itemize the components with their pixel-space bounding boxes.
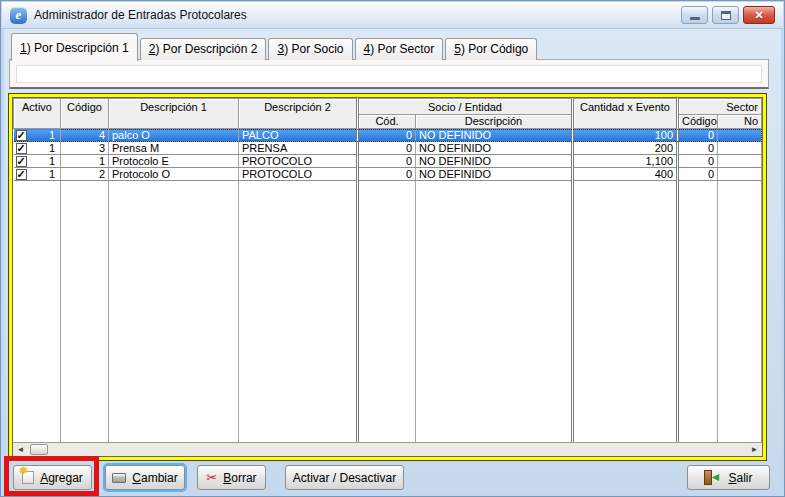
cell-descripcion-2: PROTOCOLO xyxy=(239,168,358,181)
cell-socio-descripcion: NO DEFINIDO xyxy=(416,142,573,155)
cell-codigo: 2 xyxy=(61,168,109,181)
cell-cantidad: 200 xyxy=(573,142,678,155)
checkbox-checked-icon[interactable]: ✓ xyxy=(16,156,27,167)
tab-por-socio[interactable]: 3) Por Socio xyxy=(268,38,352,60)
minimize-button[interactable] xyxy=(681,6,708,24)
col-header-descripcion-2: Descripción 2 xyxy=(239,99,358,129)
window-title: Administrador de Entradas Protocolares xyxy=(34,8,247,22)
activar-label: Activar / Desactivar xyxy=(293,471,396,485)
salir-button[interactable]: ◄ Salir xyxy=(687,465,770,490)
maximize-icon xyxy=(721,11,731,20)
cell-cantidad: 400 xyxy=(573,168,678,181)
cell-sector-codigo: 0 xyxy=(678,142,718,155)
scrollbar-thumb[interactable] xyxy=(30,444,48,455)
borrar-label: Borrar xyxy=(223,471,256,485)
col-header-codigo: Código xyxy=(61,99,109,129)
minimize-icon xyxy=(690,17,700,20)
close-icon: ✕ xyxy=(754,9,763,22)
cell-descripcion-1: palco O xyxy=(109,129,239,142)
table-row[interactable]: ✓ 1 2 Protocolo O PROTOCOLO 0 NO DEFINID… xyxy=(14,168,762,181)
new-page-icon: ✱ xyxy=(22,471,34,484)
col-header-sector-no: No xyxy=(718,115,762,129)
cell-activo: ✓ 1 xyxy=(14,129,61,142)
col-group-socio-entidad: Socio / Entidad xyxy=(358,99,573,115)
cell-cantidad: 100 xyxy=(573,129,678,142)
cell-sector-no xyxy=(718,168,762,181)
cell-sector-codigo: 0 xyxy=(678,168,718,181)
app-icon: e xyxy=(10,7,27,24)
tab-bar: 1) Por Descripción 1 2) Por Descripción … xyxy=(11,33,539,60)
cell-activo: ✓ 1 xyxy=(14,155,61,168)
activar-desactivar-button[interactable]: Activar / Desactivar xyxy=(285,465,404,490)
col-header-socio-cod: Cód. xyxy=(358,115,416,129)
col-header-descripcion-1: Descripción 1 xyxy=(109,99,239,129)
tab-por-codigo[interactable]: 5) Por Código xyxy=(445,38,537,60)
agregar-button[interactable]: ✱ Agregar xyxy=(13,465,92,490)
app-window: e Administrador de Entradas Protocolares… xyxy=(0,0,785,497)
cell-codigo: 4 xyxy=(61,129,109,142)
cell-sector-no xyxy=(718,142,762,155)
cell-activo: ✓ 1 xyxy=(14,142,61,155)
cell-codigo: 3 xyxy=(61,142,109,155)
checkbox-checked-icon[interactable]: ✓ xyxy=(16,130,27,141)
cambiar-icon xyxy=(112,473,126,483)
cell-descripcion-1: Prensa M xyxy=(109,142,239,155)
cell-activo: ✓ 1 xyxy=(14,168,61,181)
scroll-right-icon[interactable]: ► xyxy=(748,444,761,456)
grid-empty-area xyxy=(14,181,762,443)
cell-sector-no xyxy=(718,129,762,142)
cambiar-label: Cambiar xyxy=(132,471,177,485)
cell-socio-cod: 0 xyxy=(358,155,416,168)
tab-page-panel xyxy=(9,59,769,89)
cambiar-button[interactable]: Cambiar xyxy=(105,465,185,490)
close-button[interactable]: ✕ xyxy=(743,6,775,24)
agregar-label: Agregar xyxy=(40,471,83,485)
window-controls: ✕ xyxy=(681,6,775,24)
salir-label: Salir xyxy=(728,471,752,485)
borrar-button[interactable]: ✂ Borrar xyxy=(197,465,266,490)
scroll-left-icon[interactable]: ◄ xyxy=(14,444,27,456)
tab-por-sector[interactable]: 4) Por Sector xyxy=(355,38,444,60)
table-row[interactable]: ✓ 1 3 Prensa M PRENSA 0 NO DEFINIDO 200 … xyxy=(14,142,762,155)
maximize-button[interactable] xyxy=(712,6,739,24)
cell-socio-descripcion: NO DEFINIDO xyxy=(416,168,573,181)
cell-sector-codigo: 0 xyxy=(678,129,718,142)
cell-cantidad: 1,100 xyxy=(573,155,678,168)
horizontal-scrollbar[interactable]: ◄ ► xyxy=(13,442,762,456)
cell-socio-cod: 0 xyxy=(358,142,416,155)
table-row[interactable]: ✓ 1 4 palco O PALCO 0 NO DEFINIDO 100 0 xyxy=(14,129,762,142)
col-group-sector: Sector xyxy=(678,99,762,115)
tab-por-descripcion-1[interactable]: 1) Por Descripción 1 xyxy=(11,33,138,61)
checkbox-checked-icon[interactable]: ✓ xyxy=(16,143,27,154)
col-header-sector-codigo: Código xyxy=(678,115,718,129)
title-bar[interactable]: e Administrador de Entradas Protocolares… xyxy=(2,2,783,29)
table-row[interactable]: ✓ 1 1 Protocolo E PROTOCOLO 0 NO DEFINID… xyxy=(14,155,762,168)
cell-sector-codigo: 0 xyxy=(678,155,718,168)
cell-socio-descripcion: NO DEFINIDO xyxy=(416,155,573,168)
col-header-cantidad-evento: Cantidad x Evento xyxy=(573,99,678,129)
cell-descripcion-1: Protocolo O xyxy=(109,168,239,181)
cell-socio-descripcion: NO DEFINIDO xyxy=(416,129,573,142)
filter-input[interactable] xyxy=(16,65,762,83)
scissors-icon: ✂ xyxy=(206,471,217,484)
entries-grid: Activo Código Descripción 1 Descripción … xyxy=(9,94,766,460)
tab-por-descripcion-2[interactable]: 2) Por Descripción 2 xyxy=(140,38,267,60)
exit-door-icon: ◄ xyxy=(704,470,722,485)
cell-descripcion-1: Protocolo E xyxy=(109,155,239,168)
checkbox-checked-icon[interactable]: ✓ xyxy=(16,169,27,180)
col-header-socio-descripcion: Descripción xyxy=(416,115,573,129)
cell-socio-cod: 0 xyxy=(358,168,416,181)
cell-descripcion-2: PALCO xyxy=(239,129,358,142)
grid-body[interactable]: Activo Código Descripción 1 Descripción … xyxy=(13,98,762,442)
cell-codigo: 1 xyxy=(61,155,109,168)
cell-socio-cod: 0 xyxy=(358,129,416,142)
cell-descripcion-2: PRENSA xyxy=(239,142,358,155)
cell-descripcion-2: PROTOCOLO xyxy=(239,155,358,168)
col-header-activo: Activo xyxy=(14,99,61,129)
cell-sector-no xyxy=(718,155,762,168)
